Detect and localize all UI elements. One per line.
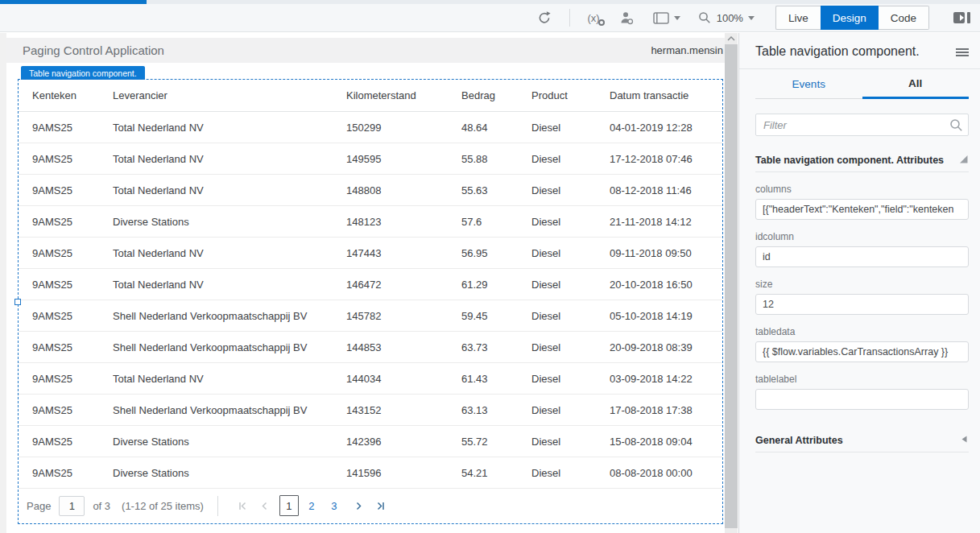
chevron-down-icon xyxy=(674,16,680,20)
table-row[interactable]: 9AMS25Total Nederland NV14647261.29Diese… xyxy=(19,269,722,300)
table-cell: 61.29 xyxy=(461,279,531,291)
table-row[interactable]: 9AMS25Total Nederland NV14744356.95Diese… xyxy=(19,238,722,269)
table-row[interactable]: 9AMS25Shell Nederland Verkoopmaatschappi… xyxy=(19,395,722,426)
previous-page-icon[interactable] xyxy=(259,501,270,511)
scrollbar-thumb[interactable] xyxy=(725,44,738,528)
table-cell: Total Nederland NV xyxy=(113,279,346,291)
general-section-header[interactable]: General Attributes xyxy=(755,434,969,447)
pagination-bar: Page of 3 (1-12 of 25 items) 123 xyxy=(19,489,722,523)
attribute-label-idcolumn: idcolumn xyxy=(755,231,969,242)
table-cell: 54.21 xyxy=(461,467,531,479)
table-cell: 08-12-2018 11:46 xyxy=(610,184,722,196)
zoom-control[interactable]: 100% xyxy=(698,11,755,24)
table-cell: 08-08-2018 00:00 xyxy=(610,467,722,479)
page-number-list: 123 xyxy=(278,495,345,516)
table-cell: Shell Nederland Verkoopmaatschappij BV xyxy=(113,341,346,353)
column-header[interactable]: Datum transactie xyxy=(610,89,722,101)
table-cell: 9AMS25 xyxy=(32,279,113,291)
selection-resize-handle[interactable] xyxy=(14,299,21,305)
panel-tabs: Events All xyxy=(755,69,969,99)
column-header[interactable]: Product xyxy=(531,89,610,101)
table-cell: 9AMS25 xyxy=(32,153,113,165)
page-number-1[interactable]: 1 xyxy=(279,495,299,516)
menu-icon[interactable] xyxy=(956,45,969,58)
next-page-icon[interactable] xyxy=(354,501,364,511)
table-cell: 146472 xyxy=(346,279,461,291)
table-cell: 03-09-2018 14:22 xyxy=(610,373,722,385)
refresh-icon[interactable] xyxy=(537,10,552,25)
table-row[interactable]: 9AMS25Total Nederland NV14959555.88Diese… xyxy=(19,143,722,175)
table-cell: Total Nederland NV xyxy=(113,247,346,259)
table-cell: Total Nederland NV xyxy=(113,373,346,385)
selection-badge: Table navigation component. xyxy=(21,66,145,80)
chevron-down-icon xyxy=(748,16,755,20)
table-row[interactable]: 9AMS25Diverse Stations14812357.6Diesel21… xyxy=(19,206,722,238)
table-row[interactable]: 9AMS25Shell Nederland Verkoopmaatschappi… xyxy=(19,300,722,332)
scroll-up-icon[interactable] xyxy=(725,33,738,44)
attributes-section-title: Table navigation component. Attributes xyxy=(755,155,944,166)
expand-section-icon[interactable] xyxy=(960,434,969,447)
table-cell: 21-11-2018 14:12 xyxy=(610,216,722,228)
column-header[interactable]: Bedrag xyxy=(461,89,531,101)
attribute-input-size[interactable] xyxy=(755,294,969,315)
canvas-scrollbar[interactable] xyxy=(725,33,738,533)
user-audit-icon[interactable] xyxy=(619,11,634,25)
device-selector-icon[interactable] xyxy=(653,12,680,24)
table-row[interactable]: 9AMS25Total Nederland NV14880855.63Diese… xyxy=(19,175,722,206)
table-cell: Diesel xyxy=(531,247,610,259)
attribute-input-tabledata[interactable] xyxy=(755,341,969,362)
column-header[interactable]: Kenteken xyxy=(32,89,113,101)
table-cell: 144034 xyxy=(346,373,461,385)
table-row[interactable]: 9AMS25Shell Nederland Verkoopmaatschappi… xyxy=(19,332,722,363)
table-cell: 05-10-2018 14:19 xyxy=(610,310,722,322)
variables-icon[interactable]: (x) xyxy=(588,12,600,24)
attribute-label-tablelabel: tablelabel xyxy=(755,374,969,385)
live-button[interactable]: Live xyxy=(775,6,821,30)
section-divider xyxy=(755,452,969,452)
pagination-divider xyxy=(217,496,218,516)
table-row[interactable]: 9AMS25Total Nederland NV15029948.64Diese… xyxy=(19,112,722,143)
attributes-section-header[interactable]: Table navigation component. Attributes xyxy=(755,154,969,167)
general-section-title: General Attributes xyxy=(755,435,843,446)
tab-events[interactable]: Events xyxy=(755,69,862,99)
attribute-input-columns[interactable] xyxy=(755,199,969,220)
first-page-icon[interactable] xyxy=(238,501,248,511)
table-cell: 48.64 xyxy=(461,122,531,134)
table-row[interactable]: 9AMS25Diverse Stations14159654.21Diesel0… xyxy=(19,457,722,489)
table-cell: 61.43 xyxy=(461,373,531,385)
page-title: Paging Control Application xyxy=(23,43,164,57)
page-number-3[interactable]: 3 xyxy=(325,495,344,516)
table-cell: 9AMS25 xyxy=(32,404,113,416)
items-range-label: (1-12 of 25 items) xyxy=(122,500,204,512)
table-cell: 150299 xyxy=(346,122,461,134)
mode-button-group: Live Design Code xyxy=(775,6,929,30)
panel-toggle-icon[interactable] xyxy=(953,12,970,23)
code-button[interactable]: Code xyxy=(879,6,929,30)
attribute-input-idcolumn[interactable] xyxy=(755,246,969,267)
table-cell: 9AMS25 xyxy=(32,341,113,353)
selected-component-outline[interactable]: KentekenLeverancierKilometerstandBedragP… xyxy=(18,79,723,524)
last-page-icon[interactable] xyxy=(375,501,386,511)
column-header[interactable]: Leverancier xyxy=(113,89,346,101)
collapse-section-icon[interactable] xyxy=(958,154,969,167)
page-label: Page xyxy=(27,500,51,512)
design-canvas[interactable]: Paging Control Application herman.mensin… xyxy=(6,33,725,533)
attribute-input-tablelabel[interactable] xyxy=(755,389,969,410)
table-cell: Diesel xyxy=(531,341,610,353)
page-number-2[interactable]: 2 xyxy=(302,495,321,516)
design-button[interactable]: Design xyxy=(821,6,879,30)
table-cell: 143152 xyxy=(346,404,461,416)
table-cell: Total Nederland NV xyxy=(113,184,346,196)
table-row[interactable]: 9AMS25Total Nederland NV14403461.43Diese… xyxy=(19,363,722,395)
table-cell: Diesel xyxy=(531,153,610,165)
section-divider xyxy=(755,171,969,172)
column-header[interactable]: Kilometerstand xyxy=(346,89,461,101)
attributes-field-list: columnsidcolumnsizetabledatatablelabel xyxy=(755,184,969,410)
table-cell: Diesel xyxy=(531,279,610,291)
table-row[interactable]: 9AMS25Diverse Stations14239655.72Diesel1… xyxy=(19,426,722,457)
table-cell: 55.63 xyxy=(461,184,531,196)
tab-all[interactable]: All xyxy=(862,69,970,99)
filter-input[interactable] xyxy=(755,114,969,136)
page-number-input[interactable] xyxy=(59,496,85,516)
table-cell: Diverse Stations xyxy=(113,216,346,228)
